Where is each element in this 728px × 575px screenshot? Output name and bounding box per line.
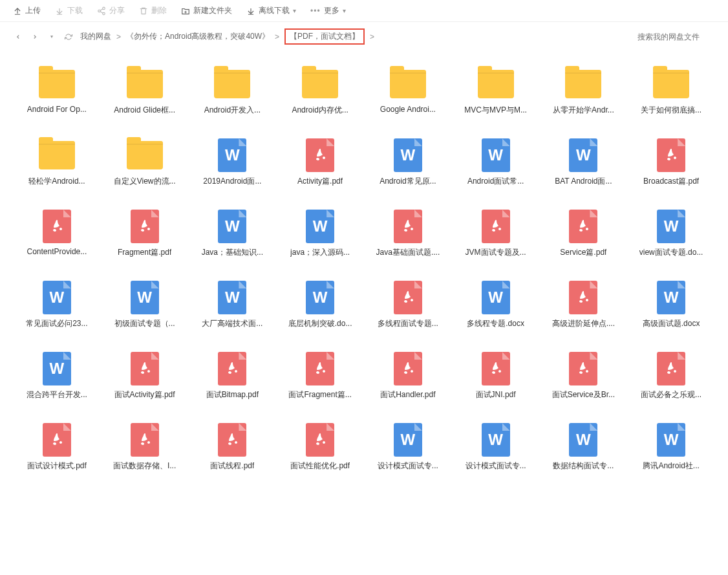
file-item[interactable]: Activity篇.pdf bbox=[276, 129, 364, 197]
nav-refresh-button[interactable] bbox=[63, 32, 74, 42]
word-doc-icon: W bbox=[302, 210, 338, 241]
delete-icon bbox=[139, 6, 148, 16]
file-item[interactable]: 从零开始学Andr... bbox=[540, 58, 628, 125]
file-item[interactable]: 面试Handler.pdf bbox=[364, 342, 452, 410]
file-name-label: 初级面试专题（... bbox=[114, 318, 175, 329]
new-folder-button[interactable]: 新建文件夹 bbox=[181, 5, 232, 16]
file-item[interactable]: W设计模式面试专... bbox=[452, 413, 540, 481]
file-item[interactable]: Android For Op... bbox=[13, 58, 101, 125]
file-name-label: ContentProvide... bbox=[27, 247, 87, 256]
breadcrumb-separator: > bbox=[275, 32, 279, 41]
file-item[interactable]: Broadcast篇.pdf bbox=[627, 129, 715, 197]
file-item[interactable]: Android Glide框... bbox=[101, 58, 189, 125]
folder-icon bbox=[39, 138, 75, 169]
file-item[interactable]: W大厂高端技术面... bbox=[189, 271, 277, 339]
word-doc-icon: W bbox=[653, 423, 689, 454]
pdf-doc-icon bbox=[565, 281, 601, 312]
file-item[interactable]: Java基础面试题.... bbox=[364, 200, 452, 268]
file-name-label: 底层机制突破.do... bbox=[288, 318, 352, 329]
file-item[interactable]: 自定义View的流... bbox=[101, 129, 189, 197]
offline-download-icon bbox=[246, 6, 255, 16]
file-item[interactable]: 高级进阶延伸点.... bbox=[540, 271, 628, 339]
word-doc-icon: W bbox=[39, 281, 75, 312]
file-item[interactable]: WJava；基础知识... bbox=[189, 200, 277, 268]
search-input[interactable] bbox=[637, 32, 715, 41]
share-button[interactable]: 分享 bbox=[97, 5, 125, 16]
folder-icon bbox=[127, 138, 163, 169]
pdf-doc-icon bbox=[39, 423, 75, 454]
file-item[interactable]: W常见面试必问23... bbox=[13, 271, 101, 339]
file-item[interactable]: 轻松学Android... bbox=[13, 129, 101, 197]
file-name-label: 高级面试题.docx bbox=[643, 318, 700, 329]
more-button[interactable]: ••• 更多 ▾ bbox=[310, 5, 346, 16]
file-item[interactable]: 面试Activity篇.pdf bbox=[101, 342, 189, 410]
file-name-label: 关于如何彻底搞... bbox=[641, 105, 701, 116]
breadcrumb-current[interactable]: 【PDF，面试文档】 bbox=[284, 28, 365, 45]
nav-forward-button[interactable] bbox=[30, 32, 40, 42]
file-item[interactable]: JVM面试专题及... bbox=[452, 200, 540, 268]
nav-back-button[interactable] bbox=[13, 32, 23, 42]
file-name-label: 大厂高端技术面... bbox=[202, 318, 262, 329]
upload-button[interactable]: 上传 bbox=[13, 5, 41, 16]
file-item[interactable]: 面试线程.pdf bbox=[189, 413, 277, 481]
file-item[interactable]: 面试JNI.pdf bbox=[452, 342, 540, 410]
file-item[interactable]: WBAT Android面... bbox=[540, 129, 628, 197]
upload-label: 上传 bbox=[25, 5, 41, 16]
delete-button[interactable]: 删除 bbox=[139, 5, 167, 16]
file-item[interactable]: 面试Fragment篇... bbox=[276, 342, 364, 410]
file-item[interactable]: 面试必备之乐观... bbox=[627, 342, 715, 410]
file-item[interactable]: MVC与MVP与M... bbox=[452, 58, 540, 125]
file-item[interactable]: Wjava；深入源码... bbox=[276, 200, 364, 268]
nav-dropdown-button[interactable]: ▾ bbox=[47, 32, 57, 42]
upload-icon bbox=[13, 6, 22, 16]
file-name-label: Java基础面试题.... bbox=[376, 247, 440, 258]
file-item[interactable]: W底层机制突破.do... bbox=[276, 271, 364, 339]
file-item[interactable]: WAndroid常见原... bbox=[364, 129, 452, 197]
word-doc-icon: W bbox=[214, 138, 250, 169]
file-item[interactable]: Google Androi... bbox=[364, 58, 452, 125]
chevron-down-icon: ▾ bbox=[293, 7, 296, 14]
toolbar: 上传 下载 分享 删除 新建文件夹 离线下载 ▾ ••• 更多 ▾ bbox=[0, 0, 728, 22]
breadcrumb-root[interactable]: 我的网盘 bbox=[80, 31, 111, 42]
file-item[interactable]: 面试数据存储、I... bbox=[101, 413, 189, 481]
download-button[interactable]: 下载 bbox=[55, 5, 83, 16]
file-item[interactable]: Fragment篇.pdf bbox=[101, 200, 189, 268]
file-item[interactable]: Wview面试专题.do... bbox=[627, 200, 715, 268]
folder-icon bbox=[302, 67, 338, 98]
file-item[interactable]: 多线程面试专题... bbox=[364, 271, 452, 339]
file-name-label: BAT Android面... bbox=[555, 176, 612, 187]
svg-point-1 bbox=[98, 10, 101, 12]
file-item[interactable]: Android内存优... bbox=[276, 58, 364, 125]
file-item[interactable]: W混合跨平台开发... bbox=[13, 342, 101, 410]
pdf-doc-icon bbox=[127, 210, 163, 241]
file-name-label: Java；基础知识... bbox=[202, 247, 263, 258]
file-item[interactable]: W数据结构面试专... bbox=[540, 413, 628, 481]
file-name-label: 高级进阶延伸点.... bbox=[552, 318, 615, 329]
file-item[interactable]: 面试设计模式.pdf bbox=[13, 413, 101, 481]
file-name-label: 轻松学Android... bbox=[28, 176, 85, 187]
file-item[interactable]: W设计模式面试专... bbox=[364, 413, 452, 481]
new-folder-label: 新建文件夹 bbox=[193, 5, 232, 16]
file-item[interactable]: 面试Bitmap.pdf bbox=[189, 342, 277, 410]
pdf-doc-icon bbox=[302, 352, 338, 383]
file-item[interactable]: W高级面试题.docx bbox=[627, 271, 715, 339]
pdf-doc-icon bbox=[390, 281, 426, 312]
file-item[interactable]: W多线程专题.docx bbox=[452, 271, 540, 339]
file-item[interactable]: W腾讯Android社... bbox=[627, 413, 715, 481]
file-item[interactable]: W2019Android面... bbox=[189, 129, 277, 197]
file-item[interactable]: Android开发入... bbox=[189, 58, 277, 125]
file-item[interactable]: WAndroid面试常... bbox=[452, 129, 540, 197]
file-item[interactable]: Service篇.pdf bbox=[540, 200, 628, 268]
file-item[interactable]: W初级面试专题（... bbox=[101, 271, 189, 339]
file-item[interactable]: 面试Service及Br... bbox=[540, 342, 628, 410]
file-name-label: MVC与MVP与M... bbox=[464, 105, 527, 116]
file-item[interactable]: ContentProvide... bbox=[13, 200, 101, 268]
file-item[interactable]: 面试性能优化.pdf bbox=[276, 413, 364, 481]
file-name-label: JVM面试专题及... bbox=[466, 247, 526, 258]
breadcrumb-path1[interactable]: 《勿外传；Android高级教程，突破40W》 bbox=[126, 31, 270, 42]
file-grid: Android For Op...Android Glide框...Androi… bbox=[0, 51, 728, 488]
file-name-label: Service篇.pdf bbox=[560, 247, 606, 258]
offline-download-button[interactable]: 离线下载 ▾ bbox=[246, 5, 296, 16]
word-doc-icon: W bbox=[565, 138, 601, 169]
file-item[interactable]: 关于如何彻底搞... bbox=[627, 58, 715, 125]
